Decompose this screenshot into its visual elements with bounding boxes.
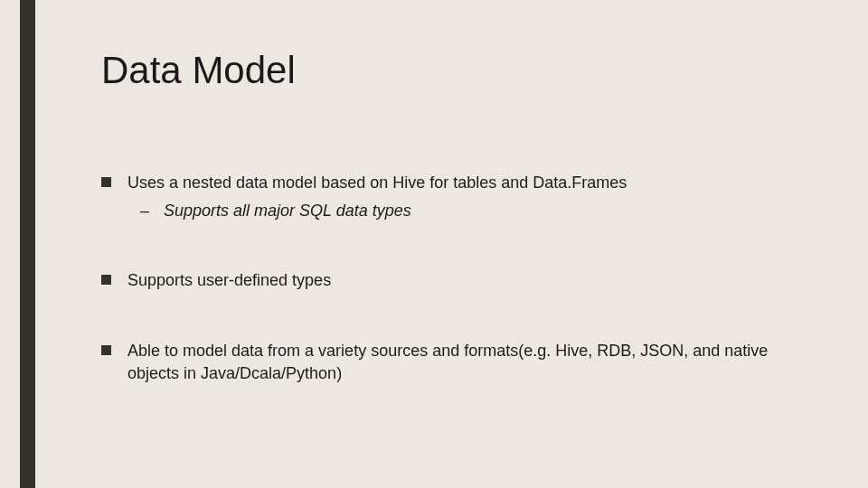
bullet-item: Uses a nested data model based on Hive f…	[101, 172, 814, 222]
slide-accent-bar	[20, 0, 35, 488]
bullet-item: Supports user-defined types	[101, 269, 814, 292]
slide-content: Data Model Uses a nested data model base…	[101, 49, 814, 432]
bullet-text-wrapper: Able to model data from a variety source…	[127, 340, 814, 385]
bullet-text: Uses a nested data model based on Hive f…	[127, 174, 627, 192]
sub-item-text: Supports all major SQL data types	[164, 200, 411, 222]
bullet-item: Able to model data from a variety source…	[101, 340, 814, 385]
bullet-text: Supports user-defined types	[127, 271, 331, 289]
square-bullet-icon	[101, 177, 111, 187]
dash-bullet-icon: –	[140, 200, 149, 222]
square-bullet-icon	[101, 345, 111, 355]
square-bullet-icon	[101, 275, 111, 285]
bullet-text: Able to model data from a variety source…	[127, 342, 768, 382]
sub-item: – Supports all major SQL data types	[140, 200, 814, 222]
bullet-text-wrapper: Uses a nested data model based on Hive f…	[127, 172, 814, 222]
sub-list: – Supports all major SQL data types	[127, 200, 814, 222]
bullet-text-wrapper: Supports user-defined types	[127, 269, 814, 292]
slide-title: Data Model	[101, 49, 814, 92]
bullet-list: Uses a nested data model based on Hive f…	[101, 172, 814, 385]
